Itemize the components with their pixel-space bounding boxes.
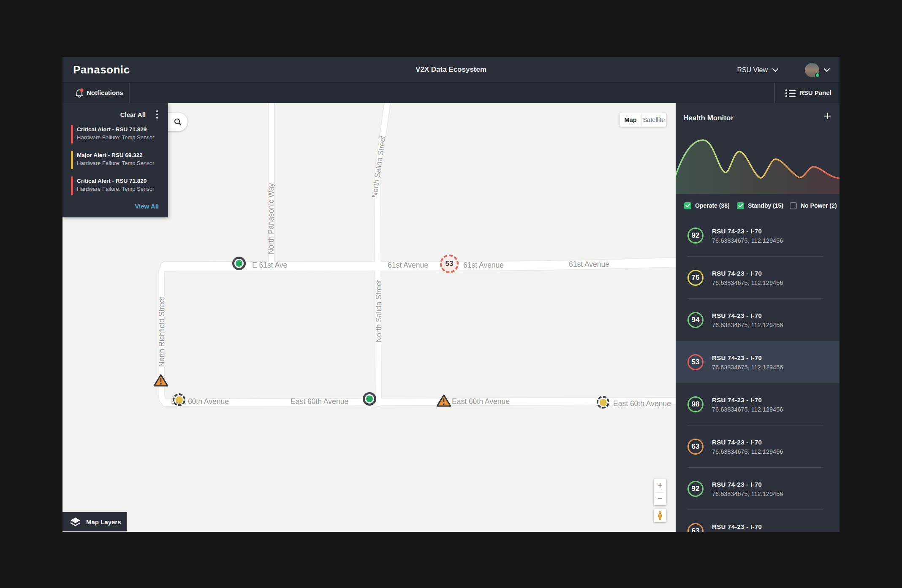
warning-triangle-icon[interactable] (153, 374, 168, 387)
filter-operate[interactable]: Operate (38) (684, 199, 730, 212)
rsu-panel-label: RSU Panel (799, 89, 831, 96)
severity-bar (71, 151, 73, 169)
health-trend-chart (676, 127, 840, 194)
map-type-satellite[interactable]: Satellite (642, 117, 666, 123)
header-right-group: RSU View (737, 57, 830, 83)
rsu-marker-standby[interactable] (597, 396, 609, 409)
health-monitor-panel: Health Monitor + (676, 103, 840, 532)
alert-item[interactable]: Major Alert - RSU 69.322 Hardware Failur… (71, 151, 162, 169)
street-label: E 61st Ave (252, 261, 287, 270)
clear-all-button[interactable]: Clear All (120, 111, 146, 118)
health-score: 53 (692, 358, 700, 366)
rsu-list-item-selected[interactable]: 53 RSU 74-23 - I-70 76.63834675, 112.129… (676, 341, 840, 383)
notifications-label: Notfications (87, 89, 123, 96)
severity-bar (71, 125, 73, 144)
warning-triangle-icon[interactable] (436, 394, 451, 407)
map-zoom-control: + − (654, 479, 666, 505)
rsu-coordinates: 76.63834675, 112.129456 (712, 237, 783, 244)
alert-title: Critical Alert - RSU 71.829 (77, 126, 147, 133)
pegman-button[interactable] (654, 509, 666, 522)
alert-title: Major Alert - RSU 69.322 (77, 152, 143, 158)
rsu-marker-selected-alert[interactable]: 53 (440, 255, 459, 273)
rsu-list-item[interactable]: 98 RSU 74-23 - I-70 76.63834675, 112.129… (676, 383, 840, 425)
rsu-coordinates: 76.63834675, 112.129456 (712, 322, 783, 328)
avatar[interactable] (805, 63, 819, 77)
checkbox-checked-icon[interactable] (737, 202, 744, 209)
street-label: East 60th Avenue (291, 397, 348, 406)
add-widget-button[interactable]: + (823, 110, 831, 122)
green-dot (366, 396, 373, 402)
rsu-coordinates: 76.63834675, 112.129456 (712, 364, 783, 371)
rsu-name: RSU 74-23 - I-70 (712, 354, 783, 361)
street-label: North Salida Street (375, 280, 383, 342)
filter-standby[interactable]: Standby (15) (737, 199, 783, 212)
rsu-marker-standby[interactable] (173, 393, 185, 406)
toolbar-divider (129, 83, 130, 103)
health-score-ring: 98 (687, 396, 704, 412)
rsu-list: 92 RSU 74-23 - I-70 76.63834675, 112.129… (676, 214, 840, 532)
chevron-down-icon[interactable] (823, 68, 830, 72)
map-layers-label: Map Layers (86, 518, 121, 526)
zoom-in-button[interactable]: + (654, 479, 666, 492)
rsu-coordinates: 76.63834675, 112.129456 (712, 448, 783, 455)
kebab-menu-icon[interactable] (155, 110, 159, 119)
screen-background: Panasonic V2X Data Ecosystem RSU View No… (0, 0, 902, 588)
rsu-list-item[interactable]: 76 RSU 74-23 - I-70 76.63834675, 112.129… (676, 257, 840, 299)
health-score-ring: 53 (687, 354, 704, 370)
alert-message: Hardware Failure: Temp Sensor (77, 186, 154, 192)
health-score-ring: 94 (687, 312, 704, 328)
rsu-list-item[interactable]: 63 RSU 74-23 - I-70 76.63834675, 112.129… (676, 510, 840, 532)
health-score-ring: 63 (687, 523, 704, 532)
filter-label: Operate (38) (695, 202, 730, 209)
view-all-link[interactable]: View All (135, 203, 159, 210)
street-label: 61st Avenue (569, 260, 609, 269)
notifications-button[interactable]: Notfications (62, 83, 129, 103)
rsu-name: RSU 74-23 - I-70 (712, 439, 783, 446)
online-status-dot (815, 73, 820, 78)
rsu-marker-operate[interactable] (232, 257, 246, 270)
rsu-list-item[interactable]: 63 RSU 74-23 - I-70 76.63834675, 112.129… (676, 425, 840, 468)
filter-label: Standby (15) (748, 202, 783, 209)
health-score-ring: 63 (687, 439, 704, 455)
health-score-ring: 92 (687, 228, 704, 244)
rsu-panel-button[interactable]: RSU Panel (774, 83, 840, 103)
health-score: 92 (692, 485, 700, 493)
street-label: 61st Avenue (388, 261, 428, 270)
street-label: East 60th Avenue (452, 397, 510, 406)
green-dot (236, 260, 242, 267)
rsu-name: RSU 74-23 - I-70 (712, 228, 783, 235)
checkbox-checked-icon[interactable] (684, 202, 691, 209)
filter-label: No Power (2) (801, 202, 837, 209)
app-window: Panasonic V2X Data Ecosystem RSU View No… (62, 57, 840, 532)
alert-item[interactable]: Critical Alert - RSU 71.829 Hardware Fai… (71, 125, 162, 144)
alert-item[interactable]: Critical Alert - RSU 71.829 Hardware Fai… (71, 176, 162, 195)
rsu-list-item[interactable]: 94 RSU 74-23 - I-70 76.63834675, 112.129… (676, 299, 840, 341)
filter-no-power[interactable]: No Power (2) (790, 199, 837, 212)
rsu-list-item[interactable]: 92 RSU 74-23 - I-70 76.63834675, 112.129… (676, 468, 840, 510)
list-icon (785, 89, 796, 98)
yellow-dot (176, 396, 183, 404)
health-score: 76 (692, 274, 700, 282)
top-header-bar: Panasonic V2X Data Ecosystem RSU View (62, 57, 840, 83)
map-type-control: Map Satellite (619, 113, 666, 127)
health-score: 98 (692, 400, 700, 409)
map-layers-button[interactable]: Map Layers (62, 512, 127, 531)
rsu-coordinates: 76.63834675, 112.129456 (712, 406, 783, 413)
checkbox-unchecked-icon[interactable] (790, 202, 797, 209)
alert-message: Hardware Failure: Temp Sensor (77, 134, 154, 141)
status-filters: Operate (38) Standby (15) No Power (2) (676, 199, 840, 212)
health-score: 94 (692, 316, 700, 324)
panel-title: Health Monitor (683, 114, 734, 122)
alert-title: Critical Alert - RSU 71.829 (77, 178, 147, 184)
street-label: North Richfield Street (158, 297, 166, 367)
bell-icon (75, 88, 84, 98)
chevron-down-icon[interactable] (772, 68, 779, 72)
health-score: 92 (692, 231, 700, 240)
yellow-dot (600, 399, 607, 406)
rsu-marker-operate[interactable] (363, 392, 376, 406)
rsu-list-item[interactable]: 92 RSU 74-23 - I-70 76.63834675, 112.129… (676, 214, 840, 257)
zoom-out-button[interactable]: − (654, 493, 666, 506)
view-selector-label[interactable]: RSU View (737, 66, 768, 74)
severity-bar (71, 176, 73, 195)
map-type-map[interactable]: Map (619, 117, 641, 123)
